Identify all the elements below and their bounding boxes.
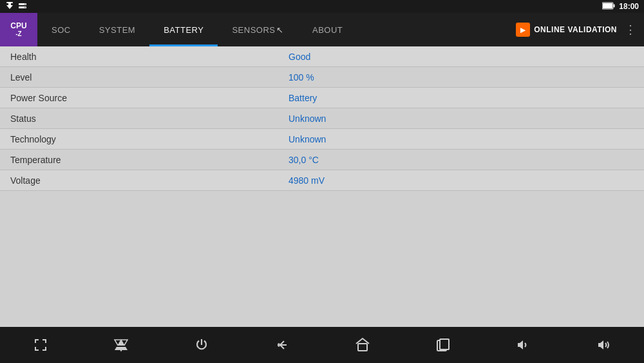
row-value: Battery bbox=[283, 93, 317, 103]
row-value: Good bbox=[283, 52, 310, 62]
svg-rect-7 bbox=[614, 5, 615, 8]
volume-up-icon[interactable] bbox=[588, 332, 620, 358]
tab-about[interactable]: ABOUT bbox=[298, 13, 357, 46]
navbar: CPU-Z SOC SYSTEM BATTERY SENSORS ↖ ABOUT… bbox=[0, 13, 644, 46]
tab-system[interactable]: SYSTEM bbox=[85, 13, 149, 46]
row-value: Unknown bbox=[283, 134, 326, 144]
row-value: Unknown bbox=[283, 113, 326, 124]
home-icon[interactable] bbox=[346, 332, 379, 358]
navbar-right: ONLINE VALIDATION ⋮ bbox=[516, 13, 644, 46]
row-label: Voltage bbox=[0, 175, 283, 186]
logo-text: CPU-Z bbox=[10, 21, 26, 38]
row-value: 30,0 °C bbox=[283, 155, 319, 165]
content-area: HealthGoodLevel100 %Power SourceBatteryS… bbox=[0, 46, 644, 327]
fullscreen-icon[interactable] bbox=[24, 332, 57, 358]
svg-marker-1 bbox=[6, 3, 13, 9]
svg-rect-0 bbox=[6, 2, 13, 3]
row-value: 100 % bbox=[283, 72, 314, 83]
nav-tabs: SOC SYSTEM BATTERY SENSORS ↖ ABOUT bbox=[37, 13, 516, 46]
row-label: Power Source bbox=[0, 93, 283, 103]
status-bar-right: 18:00 bbox=[602, 2, 639, 11]
table-row: Voltage4980 mV bbox=[0, 170, 644, 191]
online-validation-label: ONLINE VALIDATION bbox=[534, 25, 617, 34]
row-value: 4980 mV bbox=[283, 175, 325, 186]
storage-icon bbox=[18, 1, 27, 12]
tab-sensors[interactable]: SENSORS ↖ bbox=[218, 13, 298, 46]
status-bar-left bbox=[5, 1, 27, 12]
app-logo: CPU-Z bbox=[0, 13, 37, 46]
row-label: Technology bbox=[0, 134, 283, 144]
power-icon[interactable] bbox=[185, 332, 218, 358]
validation-icon bbox=[516, 23, 530, 37]
table-row: Power SourceBattery bbox=[0, 88, 644, 108]
table-row: Temperature30,0 °C bbox=[0, 150, 644, 170]
table-row: HealthGood bbox=[0, 46, 644, 67]
menu-icon[interactable] bbox=[105, 332, 137, 358]
svg-marker-16 bbox=[518, 340, 523, 349]
status-time: 18:00 bbox=[619, 2, 639, 11]
svg-point-4 bbox=[24, 4, 26, 5]
battery-status-icon bbox=[602, 2, 615, 11]
table-row: StatusUnknown bbox=[0, 108, 644, 129]
download-icon bbox=[5, 1, 14, 12]
table-row: Level100 % bbox=[0, 67, 644, 88]
back-icon[interactable] bbox=[266, 332, 298, 358]
tab-soc[interactable]: SOC bbox=[37, 13, 85, 46]
svg-marker-17 bbox=[598, 340, 603, 349]
recents-icon[interactable] bbox=[427, 332, 459, 358]
svg-rect-14 bbox=[440, 339, 449, 349]
volume-down-icon[interactable] bbox=[507, 332, 540, 358]
row-label: Health bbox=[0, 52, 283, 62]
svg-point-5 bbox=[24, 7, 26, 8]
bottom-bar bbox=[0, 327, 644, 363]
online-validation-button[interactable]: ONLINE VALIDATION bbox=[516, 23, 617, 37]
row-label: Level bbox=[0, 72, 283, 83]
svg-rect-8 bbox=[603, 3, 612, 8]
tab-battery[interactable]: BATTERY bbox=[149, 13, 218, 46]
svg-marker-9 bbox=[115, 339, 128, 350]
battery-table: HealthGoodLevel100 %Power SourceBatteryS… bbox=[0, 46, 644, 191]
menu-dots-icon[interactable]: ⋮ bbox=[622, 23, 639, 37]
status-bar: 18:00 bbox=[0, 0, 644, 13]
table-row: TechnologyUnknown bbox=[0, 129, 644, 150]
cursor-icon: ↖ bbox=[276, 25, 284, 35]
svg-rect-12 bbox=[358, 344, 367, 351]
row-label: Status bbox=[0, 113, 283, 124]
row-label: Temperature bbox=[0, 155, 283, 165]
